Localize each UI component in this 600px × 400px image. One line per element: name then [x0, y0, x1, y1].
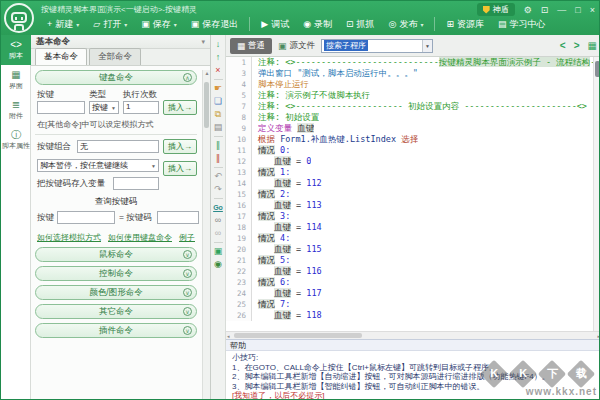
insert-combo-button[interactable]: 插入→ — [163, 139, 197, 154]
code-segment: 情况 — [258, 277, 275, 287]
normal-mode-button[interactable]: ▦ 普通 — [230, 38, 272, 54]
link-how-use-keyboard[interactable]: 如何使用键盘命令 — [108, 232, 172, 243]
minimize-icon[interactable]: — — [557, 5, 566, 15]
insert-key-button[interactable]: 插入→ — [163, 100, 197, 115]
undo-icon[interactable]: ↶ — [212, 170, 225, 183]
nav-back-icon[interactable]: < — [560, 40, 566, 51]
comment-icon[interactable]: ∥ — [212, 139, 225, 152]
window-icon[interactable]: ▣ — [212, 245, 225, 258]
goto-icon[interactable]: Go — [212, 201, 225, 214]
code-text: 血键 = 117 — [252, 288, 322, 299]
toolbar-button-new[interactable]: +新建▾ — [41, 16, 85, 33]
code-text: 注释: <>--------------------- 初始设置内容 -----… — [252, 101, 587, 112]
copy-icon[interactable]: ⧉ — [212, 108, 225, 121]
insert-pause-button[interactable]: 插入→ — [163, 161, 197, 176]
close-icon[interactable]: × — [590, 5, 595, 15]
key-input[interactable] — [37, 101, 85, 114]
move-up-icon[interactable]: ↑ — [212, 51, 225, 64]
combo-input[interactable]: 无 — [77, 140, 159, 153]
query-code-input[interactable] — [157, 211, 199, 224]
editor-hscrollbar[interactable]: ◂ ▸ — [226, 331, 600, 339]
sidebar-item-ui[interactable]: ▦界面 — [1, 65, 31, 95]
nav-forward-icon[interactable]: > — [574, 40, 580, 51]
pause-select[interactable]: 脚本暂停，按任意键继续 ▼ — [37, 159, 159, 172]
select-icon[interactable]: ❏ — [212, 95, 225, 108]
section-mouse-commands[interactable]: 鼠标命令∨ — [35, 247, 197, 262]
sidebar-item-attachments[interactable]: ≣附件 — [1, 95, 31, 125]
pin-icon[interactable]: ▾ — [201, 38, 205, 46]
delete-line-icon[interactable]: × — [212, 64, 225, 77]
scroll-thumb[interactable] — [204, 82, 209, 128]
scroll-thumb[interactable] — [234, 333, 362, 338]
panel-tab-全部命令[interactable]: 全部命令 — [89, 48, 141, 65]
code-segment: = — [291, 288, 306, 298]
maximize-icon[interactable]: □ — [575, 5, 580, 15]
hand-icon[interactable]: ☛ — [212, 82, 225, 95]
find-next-icon[interactable]: ∞ — [212, 227, 225, 240]
help-tip: 小技巧: — [232, 353, 600, 363]
query-key-input[interactable] — [57, 211, 115, 224]
toolbar-button-publish[interactable]: ◎发布▾ — [383, 16, 430, 33]
toolbar-button-resources[interactable]: ⊞资源库 — [440, 16, 490, 33]
toolbar-button-save[interactable]: ▣保存▾ — [135, 16, 183, 33]
toolbar-button-capture[interactable]: ⊡抓抓 — [340, 16, 381, 33]
toolbar-button-learn[interactable]: ▤学习中心 — [492, 16, 552, 33]
type-select[interactable]: 按键 ▼ — [89, 101, 119, 114]
layout-grid-icon[interactable]: ▦ — [588, 40, 597, 51]
code-area[interactable]: 1注释: <>----------------------------按键精灵脚… — [226, 57, 600, 331]
expand-icon[interactable]: ∨ — [183, 326, 192, 335]
collapse-icon[interactable]: ∧ — [183, 73, 192, 82]
section-keyboard-commands[interactable]: 键盘命令 ∧ — [35, 70, 197, 85]
code-segment: 情况 — [258, 255, 275, 265]
toolbar-button-save-exit[interactable]: ▣保存退出 — [185, 16, 245, 33]
insert-down-icon[interactable]: ↓ — [212, 38, 225, 51]
scroll-left-icon[interactable]: ◂ — [227, 332, 230, 340]
type-select-value: 按键 — [92, 102, 108, 113]
link-how-choose-sim[interactable]: 如何选择模拟方式 — [37, 232, 101, 243]
expand-icon[interactable]: ∨ — [183, 269, 192, 278]
expand-icon[interactable]: ∨ — [183, 288, 192, 297]
link-example[interactable]: 例子 — [179, 232, 195, 243]
code-line: 9定义变量 血键 — [226, 123, 600, 134]
line-number: 21 — [226, 255, 252, 266]
help-dismiss-link[interactable]: [我知道了，以后不必提示] — [232, 391, 324, 400]
help-tip: 3、脚本编辑工具栏新增【智能纠错】按钮，可自动纠正脚本中的错误。 — [232, 382, 600, 392]
paste-icon[interactable]: ▤ — [212, 121, 225, 134]
panel-scrollbar[interactable]: ▲ ▼ — [202, 70, 210, 400]
toolbar-button-record[interactable]: ◉录制 — [297, 16, 338, 33]
toolbar-button-label: 保存退出 — [202, 18, 238, 31]
section-plugin-commands[interactable]: 插件命令∨ — [35, 323, 197, 338]
eye-icon[interactable]: ◉ — [212, 258, 225, 271]
search-selected-text: 搜索子程序 — [324, 40, 368, 51]
uncomment-icon[interactable]: ∥ — [212, 152, 225, 165]
expand-icon[interactable]: ∨ — [183, 307, 192, 316]
editor-vscrollbar[interactable] — [593, 57, 600, 331]
toolbar-button-debug[interactable]: ▶调试 — [255, 16, 295, 33]
source-file-button[interactable]: ▣ 源文件 — [278, 40, 315, 52]
script-icon: <> — [10, 40, 22, 50]
scroll-up-icon[interactable]: ▲ — [203, 70, 211, 76]
section-color-graphic-commands[interactable]: 颜色/图形命令∨ — [35, 285, 197, 300]
code-line: 17情况 3: — [226, 211, 600, 222]
toolbar-button-open[interactable]: ▱打开▾ — [87, 16, 133, 33]
toolbar-separator — [214, 242, 223, 243]
find-icon[interactable]: ∞ — [212, 214, 225, 227]
toolbar-button-label: 保存 — [153, 18, 171, 31]
sidebar: <>脚本▦界面≣附件ⓘ脚本属性 — [1, 35, 31, 400]
scroll-thumb[interactable] — [595, 61, 600, 77]
section-control-commands[interactable]: 控制命令∨ — [35, 266, 197, 281]
subroutine-search-combobox[interactable]: 搜索子程序 ▼ — [321, 39, 433, 53]
dropdown-arrow-icon: ▾ — [420, 21, 423, 28]
sidebar-item-script[interactable]: <>脚本 — [1, 35, 31, 65]
panel-tab-基本命令[interactable]: 基本命令 — [35, 48, 87, 65]
code-segment: 血键 — [274, 178, 291, 188]
redo-icon[interactable]: ↷ — [212, 183, 225, 196]
store-keycode-input[interactable] — [113, 177, 159, 190]
expand-icon[interactable]: ∨ — [183, 250, 192, 259]
count-input[interactable]: 1 — [123, 101, 159, 114]
section-other-commands[interactable]: 其它命令∨ — [35, 304, 197, 319]
code-text: 情况 0: — [252, 145, 290, 156]
help-header: 帮助 — [226, 339, 600, 351]
sidebar-item-properties[interactable]: ⓘ脚本属性 — [1, 125, 31, 155]
code-segment: = — [291, 244, 306, 254]
